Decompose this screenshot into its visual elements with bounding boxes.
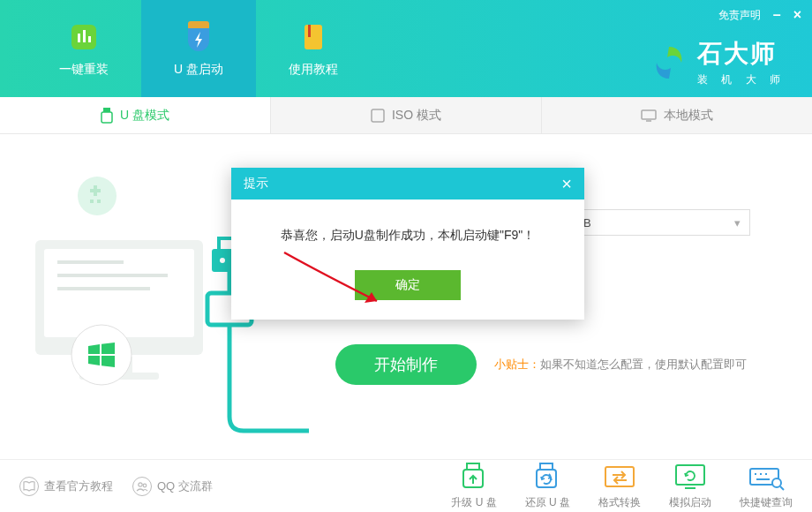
tab-label: U 盘启动 — [174, 62, 223, 78]
tab-label: 使用教程 — [289, 62, 338, 78]
dropdown-value: B — [583, 216, 591, 230]
svg-rect-30 — [467, 463, 479, 470]
mode-tab-label: U 盘模式 — [120, 108, 169, 124]
mode-tab-label: 本地模式 — [664, 108, 713, 124]
footer: 查看官方教程 QQ 交流群 升级 U 盘 还原 U 盘 格式转换 — [0, 459, 812, 512]
tool-format-convert[interactable]: 格式转换 — [598, 462, 641, 510]
start-make-button[interactable]: 开始制作 — [335, 344, 477, 385]
mode-tab-iso[interactable]: ISO 模式 — [271, 97, 542, 133]
usb-select-dropdown[interactable]: B ▾ — [574, 209, 750, 236]
usb-icon — [101, 108, 113, 124]
people-icon — [132, 477, 152, 496]
svg-rect-1 — [78, 34, 80, 42]
tip-label: 小贴士： — [494, 358, 540, 371]
tool-label: 升级 U 盘 — [451, 495, 496, 510]
tool-label: 还原 U 盘 — [525, 495, 570, 510]
ok-label: 确定 — [395, 277, 420, 293]
tool-label: 快捷键查询 — [740, 495, 793, 510]
start-button-label: 开始制作 — [374, 354, 438, 375]
svg-point-23 — [220, 258, 225, 263]
svg-rect-6 — [308, 25, 311, 37]
mode-tab-local[interactable]: 本地模式 — [542, 97, 812, 133]
link-label: QQ 交流群 — [157, 478, 213, 494]
close-button[interactable]: × — [793, 7, 801, 23]
svg-line-43 — [780, 486, 784, 490]
window-controls: 免责声明 – × — [718, 7, 801, 23]
tool-label: 模拟启动 — [669, 495, 711, 510]
tool-restore-usb[interactable]: 还原 U 盘 — [525, 462, 570, 510]
tab-label: 一键重装 — [59, 62, 109, 78]
official-tutorial-link[interactable]: 查看官方教程 — [19, 477, 113, 496]
dialog-close-button[interactable]: × — [561, 174, 572, 194]
svg-rect-5 — [304, 25, 322, 49]
brand-logo-icon — [650, 43, 688, 82]
app-header: 一键重装 U 盘启动 使用教程 免责声明 – × 石大师 装 机 大 师 — [0, 0, 812, 97]
header-tabs: 一键重装 U 盘启动 使用教程 — [0, 0, 371, 97]
svg-point-20 — [71, 325, 132, 385]
svg-point-29 — [143, 484, 147, 487]
disclaimer-link[interactable]: 免责声明 — [718, 8, 761, 23]
success-dialog: 提示 × 恭喜您，启动U盘制作成功，本机启动键"F9"！ 确定 — [231, 168, 584, 320]
svg-rect-9 — [372, 109, 384, 122]
usb-up-icon — [455, 462, 493, 492]
footer-links: 查看官方教程 QQ 交流群 — [19, 477, 213, 496]
svg-point-42 — [772, 478, 781, 487]
usb-refresh-icon — [528, 462, 567, 492]
monitor-refresh-icon — [671, 462, 710, 492]
tool-label: 格式转换 — [598, 495, 641, 510]
dialog-ok-button[interactable]: 确定 — [355, 270, 461, 300]
iso-icon — [371, 109, 385, 123]
svg-rect-34 — [605, 467, 634, 486]
svg-rect-32 — [540, 463, 553, 470]
tip-text: 如果不知道怎么配置，使用默认配置即可 — [540, 358, 747, 371]
footer-tools: 升级 U 盘 还原 U 盘 格式转换 模拟启动 快捷键查询 — [451, 462, 793, 510]
tool-hotkey-query[interactable]: 快捷键查询 — [740, 462, 793, 510]
tab-usb-boot[interactable]: U 盘启动 — [141, 0, 256, 97]
chart-icon — [66, 19, 102, 55]
chevron-down-icon: ▾ — [734, 216, 741, 230]
svg-rect-35 — [676, 465, 704, 485]
dialog-body: 恭喜您，启动U盘制作成功，本机启动键"F9"！ 确定 — [231, 200, 584, 320]
dialog-header: 提示 × — [231, 168, 584, 200]
book-icon — [296, 19, 331, 55]
dialog-title: 提示 — [244, 176, 268, 192]
svg-rect-3 — [88, 36, 91, 42]
svg-rect-33 — [537, 470, 556, 487]
tab-tutorial[interactable]: 使用教程 — [256, 0, 371, 97]
monitor-icon — [641, 109, 657, 122]
svg-rect-2 — [83, 30, 86, 42]
tool-simulate-boot[interactable]: 模拟启动 — [669, 462, 711, 510]
keyboard-search-icon — [747, 462, 786, 492]
svg-rect-8 — [102, 112, 112, 123]
mode-tabs: U 盘模式 ISO 模式 本地模式 — [0, 97, 812, 134]
brand: 石大师 装 机 大 师 — [650, 37, 786, 87]
qq-group-link[interactable]: QQ 交流群 — [132, 477, 213, 496]
mode-tab-label: ISO 模式 — [392, 108, 441, 124]
svg-rect-10 — [642, 110, 656, 119]
mode-tab-usb[interactable]: U 盘模式 — [0, 97, 271, 133]
shield-bolt-icon — [181, 19, 216, 55]
link-label: 查看官方教程 — [44, 478, 113, 494]
brand-subtitle: 装 机 大 师 — [697, 72, 786, 87]
book-open-icon — [19, 477, 39, 496]
convert-icon — [600, 462, 639, 492]
tab-reinstall[interactable]: 一键重装 — [26, 0, 141, 97]
dialog-message: 恭喜您，启动U盘制作成功，本机启动键"F9"！ — [252, 228, 563, 244]
tip: 小贴士：如果不知道怎么配置，使用默认配置即可 — [494, 357, 747, 373]
brand-title: 石大师 — [697, 37, 786, 71]
svg-point-28 — [139, 482, 142, 486]
minimize-button[interactable]: – — [773, 7, 781, 23]
tool-upgrade-usb[interactable]: 升级 U 盘 — [451, 462, 496, 510]
